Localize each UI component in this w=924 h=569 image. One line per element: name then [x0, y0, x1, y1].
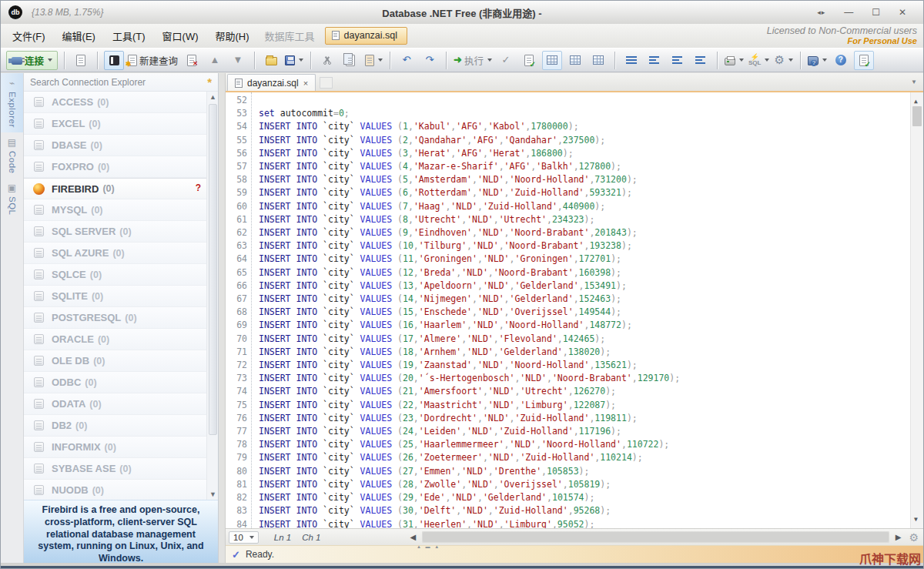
db-type-foxpro[interactable]: FOXPRO(0)	[24, 156, 218, 178]
db-type-sql-server[interactable]: SQL SERVER(0)	[24, 221, 218, 243]
grid-export-button[interactable]	[588, 51, 608, 70]
sql-string: 'Eindhoven'	[413, 227, 472, 238]
maximize-button[interactable]: ☐	[872, 7, 880, 18]
move-up-button[interactable]: ▲	[205, 51, 225, 70]
db-type-postgresql[interactable]: POSTGRESQL(0)	[24, 307, 218, 329]
hscroll-left-icon[interactable]: ◀	[410, 533, 416, 541]
sql-number: 9	[403, 227, 408, 238]
search-input[interactable]: Search Connection Explorer	[30, 77, 146, 88]
undo-button[interactable]: ↶	[397, 51, 417, 70]
sql-number: 8	[403, 214, 408, 225]
db-type-excel[interactable]: EXCEL(0)	[24, 113, 218, 135]
align-left-button[interactable]	[621, 51, 641, 70]
export-sql-button[interactable]: SQL	[748, 51, 770, 70]
sql-identifier: `city`	[323, 293, 355, 304]
scroll-up-icon[interactable]: ▲	[209, 93, 216, 101]
document-tab-menu[interactable]: dayanzai.sql	[325, 27, 408, 45]
grid-copy-button[interactable]	[565, 51, 585, 70]
side-tab-code[interactable]: ▤Code	[1, 132, 23, 179]
db-type-db2[interactable]: DB2(0)	[24, 415, 218, 437]
db-type-dbase[interactable]: DBASE(0)	[24, 135, 218, 156]
db-type-nuodb[interactable]: NUODB(0)	[24, 480, 218, 500]
toggle-panel-button[interactable]	[104, 51, 124, 70]
copy-button[interactable]	[340, 51, 360, 70]
side-tab-label: Explorer	[8, 92, 17, 128]
favorite-star-icon[interactable]: *	[207, 75, 212, 89]
redo-button[interactable]: ↷	[420, 51, 440, 70]
db-type-sql-azure[interactable]: SQL AZURE(0)	[24, 243, 218, 264]
code-area[interactable]: set autocommit=0;INSERT INTO `city` VALU…	[252, 92, 910, 528]
execute-button[interactable]: ➜执行	[453, 51, 493, 70]
tab-close-icon[interactable]: ×	[303, 79, 308, 88]
sql-number: 4	[403, 161, 408, 172]
db-type-ole-db[interactable]: OLE DB(0)	[24, 350, 218, 372]
db-type-informix[interactable]: INFORMIX(0)	[24, 437, 218, 458]
editor-settings-gear-icon[interactable]: ⚙	[909, 531, 919, 544]
splitter-grip[interactable]: ▲ ▬ ▲	[417, 544, 440, 549]
sql-number: 148772	[589, 320, 621, 330]
help-question-badge[interactable]: ?	[196, 182, 201, 193]
hscroll-thumb[interactable]	[423, 532, 889, 542]
editor-tab-dayanzai[interactable]: dayanzai.sql ×	[227, 74, 316, 91]
menu-help[interactable]: 帮助(H)	[207, 24, 258, 48]
db-type-odata[interactable]: ODATA(0)	[24, 393, 218, 415]
close-button[interactable]: ✕	[899, 7, 906, 18]
db-type-firebird[interactable]: FIREBIRD(0)?	[24, 178, 218, 199]
parse-button[interactable]: ✓	[496, 51, 516, 70]
minimize-button[interactable]: —	[844, 7, 853, 18]
format-button[interactable]: ✓	[519, 51, 539, 70]
db-type-sqlite[interactable]: SQLITE(0)	[24, 286, 218, 307]
code-line: INSERT INTO `city` VALUES (18,'Arnhem','…	[259, 346, 910, 359]
refresh-button[interactable]	[71, 51, 91, 70]
print-button[interactable]	[724, 51, 745, 70]
new-query-button[interactable]: ✱新建查询	[127, 51, 179, 70]
search-connection-row[interactable]: Search Connection Explorer *	[24, 73, 218, 92]
menu-file[interactable]: 文件(F)	[4, 24, 54, 48]
vscroll-down-icon[interactable]: ▼	[914, 513, 918, 526]
open-file-button[interactable]	[261, 51, 281, 70]
menu-tools[interactable]: 工具(T)	[104, 24, 154, 48]
help-book-button[interactable]	[807, 51, 828, 70]
save-button[interactable]	[284, 51, 304, 70]
editor-horizontal-scrollbar[interactable]	[422, 531, 889, 543]
db-type-access[interactable]: ACCESS(0)	[24, 92, 218, 113]
paste-button[interactable]	[363, 51, 383, 70]
tab-list-chevron-icon[interactable]: ▼	[911, 79, 917, 85]
window-nav-arrows-icon[interactable]: ◂▸	[817, 8, 825, 16]
sidebar-scrollbar[interactable]: ▲ ▼	[206, 92, 218, 500]
zoom-selector[interactable]: 10	[229, 531, 259, 544]
sql-keyword: INSERT INTO	[259, 439, 317, 450]
db-type-sqlce[interactable]: SQLCE(0)	[24, 264, 218, 286]
indent-left-button[interactable]	[668, 51, 688, 70]
wrap-button[interactable]	[644, 51, 665, 70]
db-type-sybase-ase[interactable]: SYBASE ASE(0)	[24, 458, 218, 480]
db-type-mysql[interactable]: MYSQL(0)	[24, 199, 218, 221]
hscroll-right-icon[interactable]: ▶	[896, 533, 902, 541]
options-gear-button[interactable]: ⚙	[773, 51, 793, 70]
result-grid-button[interactable]	[542, 51, 562, 70]
db-type-odbc[interactable]: ODBC(0)	[24, 372, 218, 393]
menu-edit[interactable]: 编辑(E)	[54, 24, 104, 48]
sql-string: 'NLD'	[488, 400, 515, 410]
db-type-oracle[interactable]: ORACLE(0)	[24, 329, 218, 350]
connect-button[interactable]: 连接	[6, 51, 58, 70]
scroll-down-icon[interactable]: ▼	[209, 490, 216, 498]
close-query-button[interactable]: ✕	[182, 51, 202, 70]
sidebar-splitter[interactable]	[219, 73, 226, 563]
menu-window[interactable]: 窗口(W)	[154, 24, 207, 48]
validate-doc-button[interactable]: ✓	[854, 51, 874, 70]
scrollbar-thumb[interactable]	[209, 104, 217, 435]
side-tab-explorer[interactable]: ⌁Explorer	[1, 73, 23, 132]
editor-vertical-scrollbar[interactable]: ▲ ▼	[910, 92, 923, 528]
sql-string: 'Overijssel'	[510, 306, 574, 317]
side-tab-sql[interactable]: ▣SQL	[1, 178, 23, 220]
move-down-button[interactable]: ▼	[228, 51, 248, 70]
cut-button[interactable]	[317, 51, 337, 70]
about-button[interactable]: ?	[831, 51, 851, 70]
indent-right-button[interactable]	[691, 51, 711, 70]
sql-editor[interactable]: 5253545556575859606162636465666768697071…	[226, 92, 923, 528]
vscroll-thumb[interactable]	[912, 106, 922, 126]
code-line: INSERT INTO `city` VALUES (31,'Heerlen',…	[259, 518, 910, 529]
sql-number: 117196	[579, 426, 611, 437]
sql-keyword: VALUES	[360, 135, 393, 146]
